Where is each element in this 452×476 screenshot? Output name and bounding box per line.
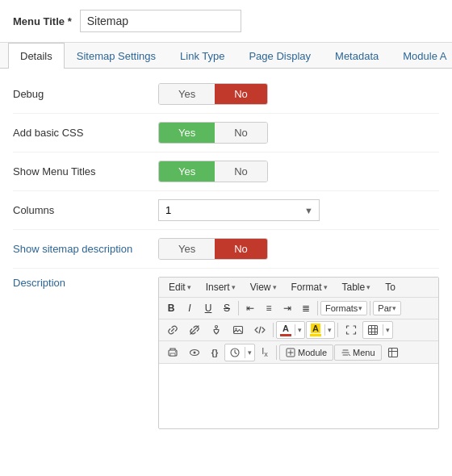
align-center-button[interactable]: ≡ xyxy=(260,299,278,317)
removeformat-button[interactable]: Ix xyxy=(256,343,274,361)
divider-3 xyxy=(370,301,370,315)
editor-menubar: Edit ▾ Insert ▾ View ▾ Format ▾ Table xyxy=(159,278,438,298)
editor-menu-to[interactable]: To xyxy=(379,279,402,295)
tab-page-display[interactable]: Page Display xyxy=(236,43,323,69)
settings-body: Debug Yes No Add basic CSS Yes No Show M… xyxy=(0,69,452,444)
table-btn-group: ▾ xyxy=(362,321,393,339)
divider-5 xyxy=(337,323,338,337)
datetime-button[interactable] xyxy=(225,344,245,361)
menu-title-row: Menu Title * xyxy=(0,0,452,43)
menu-titles-label: Show Menu Titles xyxy=(13,165,158,177)
debug-yes-btn[interactable]: Yes xyxy=(159,84,215,104)
editor-toolbar-2: A ▾ A ▾ xyxy=(159,319,438,341)
align-left-button[interactable]: ⇤ xyxy=(241,299,259,317)
editor-toolbar-1: B I U S ⇤ ≡ ⇥ ≣ Formats ▾ Par ▾ xyxy=(159,298,438,319)
svg-rect-9 xyxy=(170,353,175,356)
columns-select[interactable]: 1 2 3 4 xyxy=(158,199,320,221)
view-arrow-icon: ▾ xyxy=(273,283,277,291)
editor-menu-edit[interactable]: Edit ▾ xyxy=(162,279,198,295)
editor-content[interactable] xyxy=(159,364,438,428)
setting-row-debug: Debug Yes No xyxy=(13,75,439,114)
align-justify-button[interactable]: ≣ xyxy=(297,299,315,317)
code-button[interactable] xyxy=(249,321,270,339)
text-color-group: A ▾ xyxy=(276,321,305,339)
setting-row-menu-titles: Show Menu Titles Yes No xyxy=(13,152,439,191)
divider-1 xyxy=(238,301,239,315)
extra-button[interactable] xyxy=(383,344,404,361)
editor-menu-format[interactable]: Format ▾ xyxy=(285,279,334,295)
print-button[interactable] xyxy=(162,344,183,361)
css-label: Add basic CSS xyxy=(13,127,158,139)
bg-color-bar xyxy=(310,334,321,336)
paragraph-dropdown[interactable]: Par ▾ xyxy=(373,301,401,315)
svg-rect-3 xyxy=(369,326,378,335)
datetime-group: ▾ xyxy=(224,344,255,361)
columns-select-wrapper: 1 2 3 4 ▼ xyxy=(158,199,320,221)
debug-toggle: Yes No xyxy=(158,83,268,105)
css-toggle: Yes No xyxy=(158,122,268,144)
svg-rect-1 xyxy=(234,327,243,334)
bg-color-group: A ▾ xyxy=(306,321,335,339)
setting-row-css: Add basic CSS Yes No xyxy=(13,114,439,152)
css-yes-btn[interactable]: Yes xyxy=(159,123,215,143)
tabs-row: Details Sitemap Settings Link Type Page … xyxy=(0,43,452,69)
sitemap-desc-yes-btn[interactable]: Yes xyxy=(159,239,215,259)
menu-plugin-button[interactable]: Menu xyxy=(334,344,382,361)
setting-row-sitemap-desc: Show sitemap description Yes No xyxy=(13,230,439,269)
columns-label: Columns xyxy=(13,204,158,216)
menu-title-input[interactable] xyxy=(80,10,241,32)
editor-menu-insert[interactable]: Insert ▾ xyxy=(199,279,242,295)
menu-titles-yes-btn[interactable]: Yes xyxy=(159,161,215,182)
format-arrow-icon: ▾ xyxy=(324,283,328,291)
editor-menu-table[interactable]: Table ▾ xyxy=(336,279,378,295)
formats-arrow-icon: ▾ xyxy=(358,304,362,312)
tab-metadata[interactable]: Metadata xyxy=(323,43,391,69)
unlink-button[interactable] xyxy=(184,321,205,339)
text-color-arrow[interactable]: ▾ xyxy=(295,324,304,336)
description-label: Description xyxy=(13,277,158,289)
css-no-btn[interactable]: No xyxy=(215,123,267,143)
table-insert-arrow[interactable]: ▾ xyxy=(383,324,392,336)
source-button[interactable]: {} xyxy=(206,344,224,361)
tab-sitemap-settings[interactable]: Sitemap Settings xyxy=(65,43,168,69)
image-button[interactable] xyxy=(228,321,249,339)
bg-color-arrow[interactable]: ▾ xyxy=(324,324,334,336)
preview-button[interactable] xyxy=(184,344,205,361)
insert-arrow-icon: ▾ xyxy=(232,283,236,291)
align-right-button[interactable]: ⇥ xyxy=(278,299,296,317)
bold-button[interactable]: B xyxy=(162,299,180,317)
table-arrow-icon: ▾ xyxy=(366,283,370,291)
paragraph-arrow-icon: ▾ xyxy=(392,304,396,312)
datetime-arrow[interactable]: ▾ xyxy=(245,347,254,358)
edit-arrow-icon: ▾ xyxy=(187,283,191,291)
text-color-bar xyxy=(280,334,291,336)
menu-titles-no-btn[interactable]: No xyxy=(215,161,267,182)
link-button[interactable] xyxy=(162,321,183,339)
divider-2 xyxy=(317,301,318,315)
module-plugin-button[interactable]: Module xyxy=(279,344,333,361)
editor-container: Edit ▾ Insert ▾ View ▾ Format ▾ Table xyxy=(158,277,439,429)
strikethrough-button[interactable]: S xyxy=(218,299,236,317)
tab-link-type[interactable]: Link Type xyxy=(168,43,236,69)
table-insert-button[interactable] xyxy=(363,322,383,338)
divider-4 xyxy=(273,323,274,337)
anchor-button[interactable] xyxy=(206,321,227,339)
setting-row-columns: Columns 1 2 3 4 ▼ xyxy=(13,191,439,230)
fullscreen-button[interactable] xyxy=(341,321,362,339)
italic-button[interactable]: I xyxy=(181,299,199,317)
sitemap-desc-no-btn[interactable]: No xyxy=(215,239,267,259)
editor-menu-view[interactable]: View ▾ xyxy=(244,279,283,295)
formats-dropdown[interactable]: Formats ▾ xyxy=(320,301,367,315)
svg-rect-15 xyxy=(388,348,397,357)
divider-6 xyxy=(276,345,277,360)
debug-no-btn[interactable]: No xyxy=(215,84,267,104)
menu-title-label: Menu Title * xyxy=(13,15,72,27)
setting-row-description: Description Edit ▾ Insert ▾ View ▾ Forma… xyxy=(13,269,439,437)
underline-button[interactable]: U xyxy=(199,299,217,317)
tab-module-a[interactable]: Module A xyxy=(391,43,452,69)
svg-point-10 xyxy=(175,351,176,352)
bg-color-button[interactable]: A xyxy=(307,322,324,338)
svg-point-12 xyxy=(194,351,196,353)
tab-details[interactable]: Details xyxy=(8,43,65,69)
text-color-button[interactable]: A xyxy=(277,322,295,338)
